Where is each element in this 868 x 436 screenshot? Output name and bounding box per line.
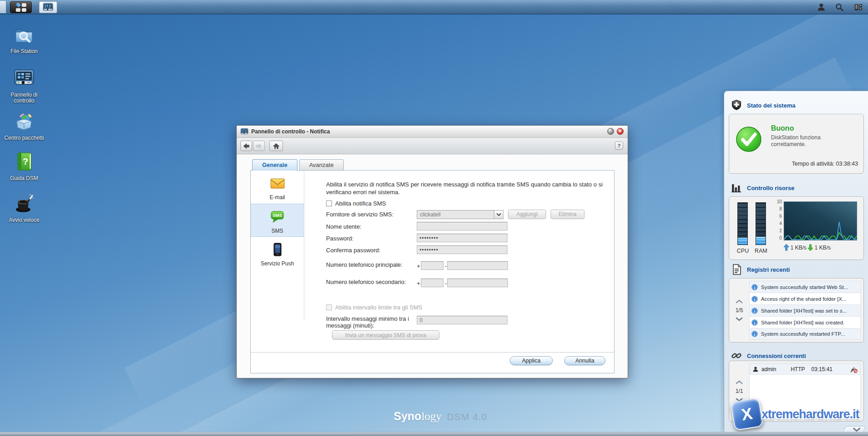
minimize-button[interactable] — [607, 128, 614, 135]
disconnect-icon[interactable] — [849, 365, 858, 373]
info-icon — [751, 319, 758, 326]
nav-item-email[interactable]: E-mail — [251, 171, 304, 204]
home-button[interactable] — [269, 141, 283, 151]
search-icon[interactable] — [834, 3, 844, 12]
log-row: Shared folder [XHTest] was set to s... — [749, 304, 861, 316]
delete-provider-button[interactable]: Elimina — [551, 210, 585, 219]
shield-icon — [731, 99, 742, 111]
control-panel-icon — [13, 67, 35, 89]
dsm-help-icon — [13, 151, 35, 172]
sms-interval-checkbox[interactable] — [326, 304, 332, 310]
control-panel-icon — [240, 127, 249, 136]
current-connections-header: Connessioni correnti — [731, 350, 806, 362]
resource-monitor-card: CPU RAM 10 8 6 4 2 0 1 KB/s 1 KB/s — [729, 196, 864, 260]
confirm-password-input[interactable] — [417, 245, 507, 254]
provider-label: Fornitore di servizio SMS: — [326, 211, 412, 218]
cancel-button[interactable]: Annulla — [564, 356, 605, 365]
apply-button[interactable]: Applica — [510, 356, 553, 365]
show-desktop-button[interactable] — [0, 1, 6, 13]
email-icon — [269, 175, 286, 191]
page-down-icon[interactable] — [736, 317, 743, 321]
file-station-icon — [13, 24, 35, 45]
nav-item-push-service[interactable]: Servizio Push — [251, 237, 304, 270]
desktop-icon-label: Avvio veloce — [3, 217, 45, 223]
synology-logo: Synology — [394, 410, 442, 423]
desktop-icon-label: Pannello di controllo — [3, 92, 45, 104]
nav-item-sms[interactable]: SMS — [251, 204, 304, 237]
secondary-phone-country-input[interactable] — [421, 279, 444, 287]
bar-chart-icon — [731, 182, 742, 194]
secondary-phone-number-input[interactable] — [447, 279, 508, 287]
info-icon — [751, 296, 758, 302]
ram-meter — [756, 202, 766, 245]
desktop-icon-control-panel[interactable]: Pannello di controllo — [3, 67, 45, 104]
back-button[interactable] — [240, 141, 252, 151]
user-icon[interactable] — [816, 3, 826, 12]
connection-row: admin HTTP 03:15:41 — [750, 364, 860, 375]
window-body: Generale Avanzate E-mail SMS Servizio Pu… — [237, 155, 628, 378]
bottom-strip — [0, 432, 868, 436]
ram-label: RAM — [752, 248, 770, 254]
confirm-password-label: Conferma password: — [326, 247, 412, 254]
password-input[interactable] — [417, 234, 507, 242]
chevron-down-icon — [496, 213, 502, 216]
sms-interval-label: Abilita intervallo limite tra gli SMS — [335, 304, 422, 311]
desktop-icon-dsm-help[interactable]: Guida DSM — [3, 151, 45, 181]
cpu-meter-fill — [738, 238, 747, 245]
desktop-icon-label: Guida DSM — [3, 176, 45, 181]
logs-pager: 1/5 — [729, 279, 749, 342]
interval-minutes-input[interactable] — [417, 316, 507, 324]
secondary-phone-label: Numero telefonico secondario: — [326, 279, 412, 285]
network-graph — [784, 201, 857, 240]
resource-monitor-header: Controllo risorse — [731, 182, 795, 194]
enable-sms-checkbox[interactable] — [326, 201, 332, 206]
username-label: Nome utente: — [326, 223, 412, 230]
window-titlebar[interactable]: Pannello di controllo - Notifica ✕ — [237, 126, 628, 138]
username-input[interactable] — [417, 222, 507, 230]
desktop-icon-file-station[interactable]: File Station — [3, 24, 45, 54]
taskbar-app-control-panel[interactable] — [39, 1, 57, 13]
desktop-icon-label: Centro pacchetti — [3, 135, 45, 141]
watermark-logo: X — [730, 397, 763, 431]
main-menu-button[interactable] — [10, 1, 32, 13]
back-arrow-icon — [242, 142, 251, 150]
page-up-icon[interactable] — [736, 299, 743, 304]
add-provider-button[interactable]: Aggiungi — [508, 210, 546, 219]
log-row: System successfully restarted FTP... — [749, 328, 861, 340]
page-up-icon[interactable] — [736, 380, 743, 384]
primary-phone-country-input[interactable] — [421, 261, 444, 270]
pilot-view-icon[interactable] — [853, 3, 863, 12]
log-document-icon — [731, 264, 742, 275]
link-icon — [731, 350, 742, 362]
close-button[interactable]: ✕ — [617, 128, 624, 135]
network-legend: 1 KB/s 1 KB/s — [784, 244, 831, 251]
window-title: Pannello di controllo - Notifica — [251, 128, 330, 135]
collapse-chevron-icon[interactable] — [853, 427, 861, 432]
upload-arrow-icon — [784, 244, 789, 251]
y-tick: 4 — [775, 221, 782, 226]
uptime-text: Tempo di attività: 03:38:43 — [792, 161, 858, 167]
info-icon — [751, 331, 758, 337]
forward-button[interactable] — [253, 141, 265, 151]
help-button[interactable]: ? — [615, 142, 623, 150]
desktop-icon-quick-start[interactable]: Avvio veloce — [3, 192, 45, 223]
info-icon — [751, 308, 758, 314]
y-tick: 2 — [775, 228, 782, 233]
ram-meter-fill — [756, 237, 766, 245]
info-icon — [751, 284, 758, 290]
y-tick: 10 — [775, 199, 782, 204]
desktop-icon-package-center[interactable]: Centro pacchetti — [3, 110, 45, 141]
status-ok-icon — [736, 126, 762, 152]
cpu-meter — [737, 202, 748, 245]
quick-start-icon — [13, 192, 35, 214]
notification-nav: E-mail SMS Servizio Push — [251, 171, 304, 320]
main-menu-grid-icon — [16, 3, 27, 12]
connection-protocol: HTTP — [791, 366, 805, 372]
phone-prefix: + — [417, 280, 420, 287]
sms-provider-select[interactable]: clickatell — [417, 210, 503, 219]
primary-phone-number-input[interactable] — [447, 261, 508, 270]
tab-avanzate[interactable]: Avanzate — [299, 159, 344, 171]
tab-generale[interactable]: Generale — [252, 159, 297, 171]
select-dropdown-button[interactable] — [494, 211, 503, 219]
send-test-sms-button[interactable]: Invia un messaggio SMS di prova — [332, 330, 439, 340]
